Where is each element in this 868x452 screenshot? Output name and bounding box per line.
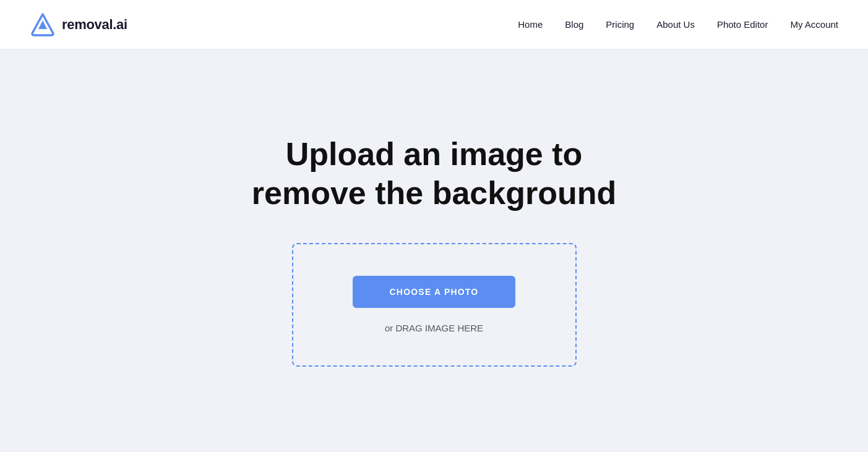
triangle-logo-icon <box>30 12 56 38</box>
main-nav: Home Blog Pricing About Us Photo Editor … <box>518 19 838 30</box>
site-header: removal.ai Home Blog Pricing About Us Ph… <box>0 0 868 49</box>
nav-about[interactable]: About Us <box>656 19 695 30</box>
nav-pricing[interactable]: Pricing <box>606 19 634 30</box>
nav-home[interactable]: Home <box>518 19 543 30</box>
page-headline: Upload an image to remove the background <box>249 135 620 212</box>
main-content: Upload an image to remove the background… <box>0 49 868 452</box>
drag-hint-text: or DRAG IMAGE HERE <box>385 323 483 333</box>
choose-photo-button[interactable]: CHOOSE A PHOTO <box>353 276 516 308</box>
upload-dropzone[interactable]: CHOOSE A PHOTO or DRAG IMAGE HERE <box>292 243 577 367</box>
nav-blog[interactable]: Blog <box>565 19 583 30</box>
nav-my-account[interactable]: My Account <box>790 19 838 30</box>
logo-text: removal.ai <box>62 17 127 33</box>
nav-photo-editor[interactable]: Photo Editor <box>717 19 768 30</box>
logo-link[interactable]: removal.ai <box>30 12 127 38</box>
